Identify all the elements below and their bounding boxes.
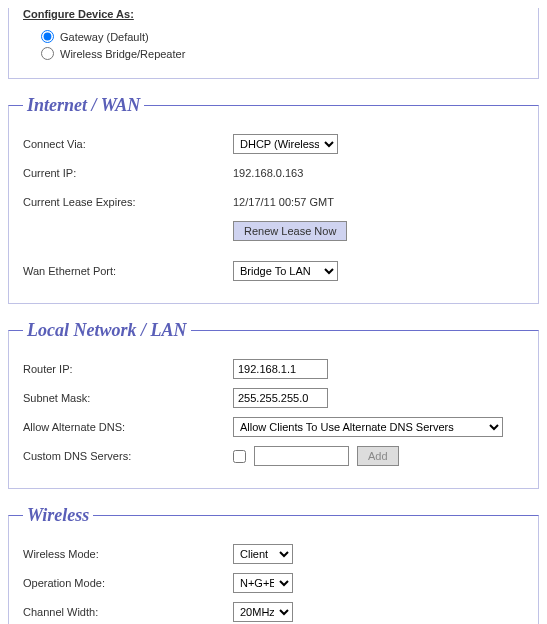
wan-lease-row: Current Lease Expires: 12/17/11 00:57 GM… [23,191,524,213]
wan-port-row: Wan Ethernet Port: Bridge To LAN [23,260,524,282]
radio-gateway-row: Gateway (Default) [41,30,524,43]
op-mode-select[interactable]: N+G+B [233,573,293,593]
wireless-mode-row: Wireless Mode: Client [23,543,524,565]
wan-ip-label: Current IP: [23,167,233,179]
router-ip-input[interactable] [233,359,328,379]
wan-lease-value: 12/17/11 00:57 GMT [233,196,334,208]
add-dns-button[interactable]: Add [357,446,399,466]
lan-customdns-row: Custom DNS Servers: Add [23,445,524,467]
wan-renew-row: Renew Lease Now [23,220,524,242]
lan-subnet-label: Subnet Mask: [23,392,233,404]
lan-legend: Local Network / LAN [23,320,191,341]
op-mode-label: Operation Mode: [23,577,233,589]
lan-panel: Local Network / LAN Router IP: Subnet Ma… [8,320,539,489]
subnet-mask-input[interactable] [233,388,328,408]
wan-legend: Internet / WAN [23,95,144,116]
lan-routerip-label: Router IP: [23,363,233,375]
wan-port-label: Wan Ethernet Port: [23,265,233,277]
radio-gateway-label: Gateway (Default) [60,31,149,43]
lan-routerip-row: Router IP: [23,358,524,380]
lan-altdns-row: Allow Alternate DNS: Allow Clients To Us… [23,416,524,438]
lan-customdns-label: Custom DNS Servers: [23,450,233,462]
wireless-panel: Wireless Wireless Mode: Client Operation… [8,505,539,624]
renew-lease-button[interactable]: Renew Lease Now [233,221,347,241]
wireless-legend: Wireless [23,505,93,526]
wan-ip-row: Current IP: 192.168.0.163 [23,162,524,184]
wan-connect-row: Connect Via: DHCP (Wireless) [23,133,524,155]
wan-connect-select[interactable]: DHCP (Wireless) [233,134,338,154]
custom-dns-checkbox[interactable] [233,450,246,463]
wan-ip-value: 192.168.0.163 [233,167,303,179]
wireless-mode-label: Wireless Mode: [23,548,233,560]
configure-device-title: Configure Device As: [23,8,134,20]
wan-port-select[interactable]: Bridge To LAN [233,261,338,281]
op-mode-row: Operation Mode: N+G+B [23,572,524,594]
radio-bridge[interactable] [41,47,54,60]
configure-device-panel: Configure Device As: Gateway (Default) W… [8,8,539,79]
ch-width-row: Channel Width: 20MHz [23,601,524,623]
lan-altdns-label: Allow Alternate DNS: [23,421,233,433]
wan-panel: Internet / WAN Connect Via: DHCP (Wirele… [8,95,539,304]
wan-connect-label: Connect Via: [23,138,233,150]
wireless-mode-select[interactable]: Client [233,544,293,564]
lan-subnet-row: Subnet Mask: [23,387,524,409]
ch-width-select[interactable]: 20MHz [233,602,293,622]
radio-bridge-label: Wireless Bridge/Repeater [60,48,185,60]
radio-gateway[interactable] [41,30,54,43]
ch-width-label: Channel Width: [23,606,233,618]
alt-dns-select[interactable]: Allow Clients To Use Alternate DNS Serve… [233,417,503,437]
custom-dns-input[interactable] [254,446,349,466]
wan-lease-label: Current Lease Expires: [23,196,233,208]
radio-bridge-row: Wireless Bridge/Repeater [41,47,524,60]
